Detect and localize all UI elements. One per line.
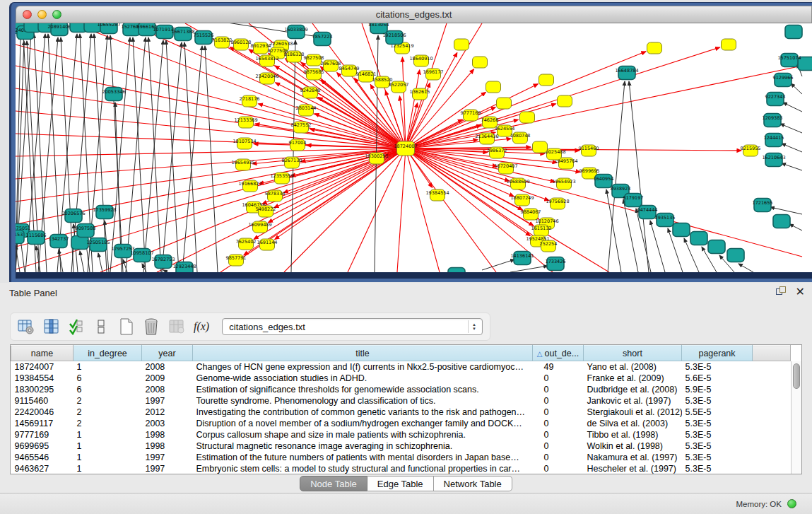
cell-out_de[interactable]: 0 xyxy=(533,407,584,418)
memory-status-icon[interactable] xyxy=(787,499,796,508)
cell-name[interactable]: 9777169 xyxy=(11,429,73,440)
cited-paper-node[interactable]: 16671388 xyxy=(171,28,194,41)
table-row[interactable]: 911546021997Tourette syndrome. Phenomeno… xyxy=(11,395,791,407)
paper-node[interactable]: 9777169 xyxy=(461,110,481,121)
paper-node[interactable]: 1696177 xyxy=(423,69,444,80)
paper-node[interactable] xyxy=(520,112,535,123)
cell-year[interactable]: 2009 xyxy=(142,373,193,384)
table-row[interactable]: 1872400712008Changes of HCN gene express… xyxy=(11,361,791,373)
cited-paper-node[interactable] xyxy=(673,223,690,237)
new-table-icon[interactable] xyxy=(118,317,135,336)
cell-out_de[interactable]: 49 xyxy=(533,361,584,373)
column-header-year[interactable]: year xyxy=(142,346,193,361)
cell-name[interactable]: 9463627 xyxy=(11,463,73,474)
paper-node[interactable]: 18807249 xyxy=(510,194,534,206)
cell-out_de[interactable]: 0 xyxy=(533,463,584,474)
paper-node[interactable]: 8186328 xyxy=(284,51,305,62)
float-panel-icon[interactable] xyxy=(776,286,787,298)
paper-node[interactable]: 9242848 xyxy=(300,87,321,98)
network-view-canvas[interactable]: 1872400771638228960128891293422260538927… xyxy=(16,23,812,272)
cell-out_de[interactable]: 0 xyxy=(533,384,584,395)
cited-paper-node[interactable]: 16648784 xyxy=(615,66,638,80)
cell-name[interactable]: 9115460 xyxy=(11,395,73,407)
paper-node[interactable]: 16720407 xyxy=(494,163,517,174)
cell-out_de[interactable]: 0 xyxy=(533,429,584,440)
cited-paper-node[interactable]: 1244415 xyxy=(764,134,784,147)
column-header-short[interactable]: short xyxy=(584,346,682,361)
cell-in_degree[interactable]: 2 xyxy=(73,418,142,429)
paper-node[interactable]: 8960128 xyxy=(231,39,252,50)
cited-paper-node[interactable]: 20206576 xyxy=(61,209,85,223)
paper-node[interactable]: 1691144 xyxy=(257,239,278,250)
paper-node[interactable]: 21364436 xyxy=(475,133,498,144)
cited-paper-node[interactable]: 1115686 xyxy=(26,231,47,245)
paper-node[interactable]: 19756928 xyxy=(546,198,569,209)
cell-title[interactable]: Changes of HCN gene expression and I(f) … xyxy=(193,361,533,373)
paper-node[interactable] xyxy=(533,141,548,153)
cell-name[interactable]: 18724007 xyxy=(11,361,73,373)
paper-node[interactable]: 7625402 xyxy=(236,238,257,250)
paper-node[interactable]: 10688609 xyxy=(506,178,529,189)
paper-node[interactable] xyxy=(486,81,501,93)
cited-paper-node[interactable]: 20891406 xyxy=(47,23,71,36)
cell-pagerank[interactable]: 5.3E-5 xyxy=(682,429,753,440)
cell-short[interactable]: Tibbo et al. (1998) xyxy=(584,429,682,440)
cited-paper-node[interactable]: 9227343 xyxy=(765,93,786,106)
cell-name[interactable]: 9699695 xyxy=(11,440,73,452)
cell-year[interactable]: 1998 xyxy=(142,440,193,452)
cell-title[interactable]: Corpus callosum shape and size in male p… xyxy=(193,429,533,440)
column-header-out_de[interactable]: △out_de... xyxy=(533,346,584,361)
cited-paper-node[interactable]: 7857223 xyxy=(312,33,333,46)
cell-in_degree[interactable]: 1 xyxy=(73,463,142,474)
paper-node[interactable] xyxy=(454,39,469,50)
cited-paper-node[interactable] xyxy=(773,215,790,228)
paper-node[interactable]: 1362615 xyxy=(410,88,430,100)
cited-paper-node[interactable]: 6179197 xyxy=(623,194,644,207)
row-height-icon[interactable] xyxy=(93,317,110,336)
cell-year[interactable]: 2008 xyxy=(142,361,193,373)
table-row[interactable]: 946362711997Embryonic stem cells: a mode… xyxy=(11,463,791,474)
paper-node[interactable]: 12353559 xyxy=(270,173,293,184)
cited-paper-node[interactable]: 15751074 xyxy=(777,54,801,67)
tab-network-table[interactable]: Network Table xyxy=(434,476,512,491)
paper-node[interactable]: 8267130 xyxy=(282,157,302,168)
table-selector-dropdown[interactable]: citations_edges.txt ▲▼ xyxy=(222,318,483,335)
cell-year[interactable]: 2003 xyxy=(142,418,193,429)
cell-year[interactable]: 1998 xyxy=(142,429,193,440)
paper-node[interactable]: 16543812 xyxy=(255,55,278,66)
paper-node[interactable]: 1615132 xyxy=(531,225,552,236)
table-row[interactable]: 1456911722003Disruption of a novel membe… xyxy=(11,418,791,429)
cell-in_degree[interactable]: 1 xyxy=(73,440,142,452)
tab-edge-table[interactable]: Edge Table xyxy=(367,476,434,491)
cited-paper-node[interactable]: 17359928 xyxy=(93,206,116,219)
cell-year[interactable]: 2008 xyxy=(142,384,193,395)
cited-paper-node[interactable]: 1733426 xyxy=(546,257,566,271)
cell-pagerank[interactable]: 5.3E-5 xyxy=(682,395,753,407)
cell-pagerank[interactable]: 5.3E-5 xyxy=(682,418,753,429)
cited-paper-node[interactable]: 19218506 xyxy=(382,31,406,45)
cited-paper-node[interactable]: 1721655 xyxy=(753,199,773,212)
cited-paper-node[interactable]: 12505185 xyxy=(86,238,110,252)
cell-in_degree[interactable]: 1 xyxy=(73,452,142,463)
cited-paper-node[interactable]: 16210643 xyxy=(762,153,785,167)
paper-node[interactable]: 8427552 xyxy=(291,122,312,133)
paper-node[interactable]: 9857791 xyxy=(226,255,247,266)
cell-title[interactable]: Disruption of a novel member of a sodium… xyxy=(193,418,533,429)
cell-title[interactable]: Structural magnetic resonance image aver… xyxy=(193,440,533,452)
cited-paper-node[interactable] xyxy=(727,249,744,262)
cell-short[interactable]: Wolkin et al. (1998) xyxy=(584,440,682,452)
function-builder-icon[interactable]: f(x) xyxy=(193,317,210,336)
paper-node[interactable]: 19654935 xyxy=(231,159,254,170)
cited-paper-node[interactable] xyxy=(690,232,707,245)
cell-short[interactable]: Nakamura et al. (1997) xyxy=(584,452,682,463)
cell-short[interactable]: Stergiakouli et al. (2012) xyxy=(584,407,682,418)
paper-node[interactable]: 8522057 xyxy=(389,81,409,93)
cell-in_degree[interactable]: 6 xyxy=(73,384,142,395)
network-window-titlebar[interactable]: citations_edges.txt xyxy=(16,6,812,23)
paper-node[interactable] xyxy=(539,74,554,86)
cell-year[interactable]: 1997 xyxy=(142,452,193,463)
paper-node[interactable]: 7986372 xyxy=(487,147,507,158)
paper-node[interactable]: 1080748 xyxy=(510,132,531,144)
paper-node[interactable]: 5498222 xyxy=(256,206,276,217)
paper-node[interactable]: 18640910 xyxy=(409,55,433,66)
